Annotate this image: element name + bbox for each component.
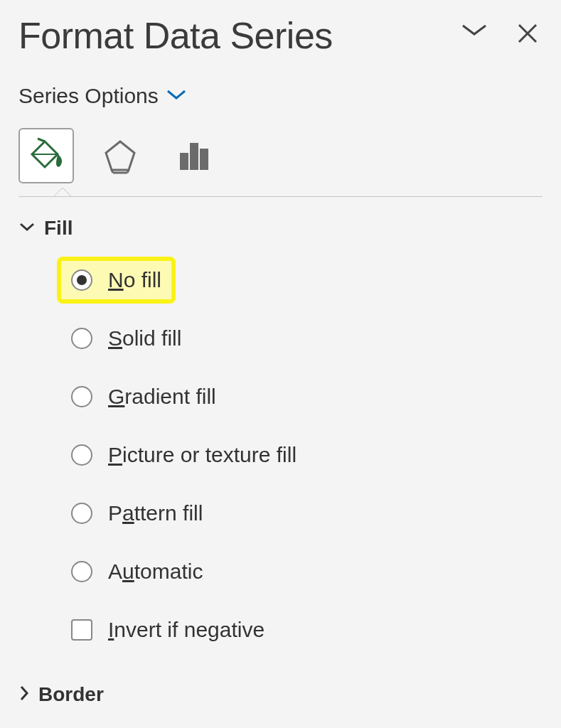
close-panel-button[interactable] bbox=[517, 23, 538, 47]
radio-icon bbox=[71, 503, 92, 524]
svg-line-7 bbox=[127, 170, 129, 173]
radio-solid-fill[interactable]: Solid fill bbox=[61, 319, 543, 358]
close-icon bbox=[517, 23, 538, 44]
tabs-divider bbox=[18, 196, 543, 197]
section-border-header[interactable]: Border bbox=[18, 683, 543, 706]
radio-picture-texture-fill-label: Picture or texture fill bbox=[108, 443, 296, 467]
chevron-down-icon bbox=[460, 23, 488, 37]
series-options-label: Series Options bbox=[18, 84, 159, 108]
chevron-right-icon bbox=[18, 685, 30, 705]
radio-no-fill-label: No fill bbox=[108, 268, 161, 292]
pentagon-icon bbox=[100, 136, 140, 176]
fill-options-group: No fill Solid fill Gradient fill Picture… bbox=[18, 261, 543, 649]
series-options-dropdown[interactable]: Series Options bbox=[18, 84, 543, 108]
bar-chart-icon bbox=[174, 136, 214, 176]
collapse-panel-button[interactable] bbox=[460, 23, 488, 47]
section-fill-label: Fill bbox=[44, 217, 73, 240]
tab-effects[interactable] bbox=[92, 128, 148, 183]
checkbox-invert-if-negative-label: Invert if negative bbox=[108, 618, 265, 642]
chevron-down-icon bbox=[166, 88, 187, 104]
panel-title: Format Data Series bbox=[18, 14, 333, 57]
tab-fill-and-line[interactable] bbox=[18, 128, 74, 183]
radio-pattern-fill-label: Pattern fill bbox=[108, 501, 203, 525]
svg-rect-9 bbox=[190, 143, 198, 170]
radio-automatic[interactable]: Automatic bbox=[61, 552, 543, 591]
svg-rect-10 bbox=[200, 149, 208, 170]
active-tab-notch-icon bbox=[54, 188, 71, 196]
radio-solid-fill-label: Solid fill bbox=[108, 326, 181, 350]
panel-header: Format Data Series bbox=[18, 14, 543, 57]
radio-pattern-fill[interactable]: Pattern fill bbox=[61, 494, 543, 532]
radio-gradient-fill-label: Gradient fill bbox=[108, 385, 216, 409]
radio-icon bbox=[71, 328, 92, 349]
radio-no-fill[interactable]: No fill bbox=[61, 261, 171, 299]
section-fill-header[interactable]: Fill bbox=[18, 217, 543, 240]
radio-picture-texture-fill[interactable]: Picture or texture fill bbox=[61, 436, 543, 474]
radio-gradient-fill[interactable]: Gradient fill bbox=[61, 378, 543, 416]
tab-series-options[interactable] bbox=[166, 128, 222, 183]
radio-automatic-label: Automatic bbox=[108, 560, 203, 584]
chevron-down-icon bbox=[18, 221, 36, 235]
radio-icon bbox=[71, 269, 92, 291]
svg-rect-8 bbox=[180, 153, 188, 170]
panel-header-actions bbox=[460, 23, 538, 47]
checkbox-invert-if-negative[interactable]: Invert if negative bbox=[61, 611, 543, 649]
checkbox-icon bbox=[71, 619, 92, 641]
svg-line-3 bbox=[38, 139, 45, 141]
radio-icon bbox=[71, 386, 92, 407]
section-border-label: Border bbox=[38, 683, 104, 706]
format-tabs-row bbox=[18, 128, 543, 183]
radio-icon bbox=[71, 444, 92, 466]
svg-line-6 bbox=[112, 170, 113, 173]
paint-bucket-icon bbox=[26, 136, 66, 176]
svg-marker-4 bbox=[106, 141, 134, 170]
radio-icon bbox=[71, 561, 92, 582]
